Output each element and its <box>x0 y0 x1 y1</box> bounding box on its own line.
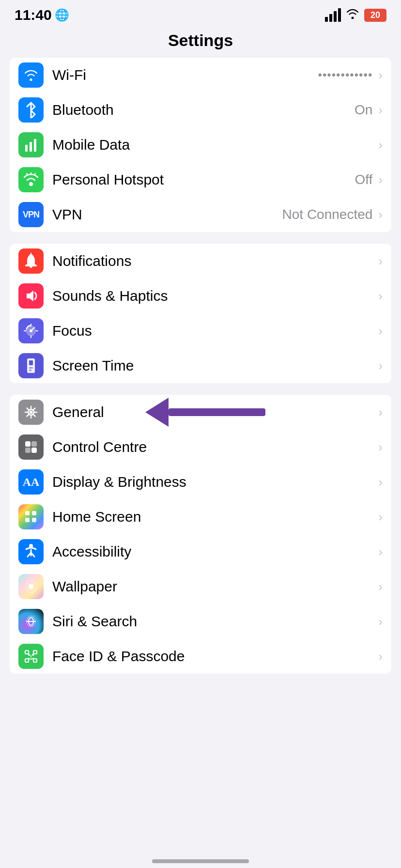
screen-time-icon <box>18 353 44 378</box>
svg-rect-8 <box>29 360 33 365</box>
control-centre-right: › <box>376 440 383 455</box>
siri-search-label: Siri & Search <box>52 613 137 630</box>
notifications-icon <box>18 248 44 274</box>
wifi-status-icon <box>346 8 359 22</box>
svg-rect-18 <box>32 511 36 515</box>
bluetooth-label: Bluetooth <box>52 102 114 118</box>
settings-row-general[interactable]: General › <box>10 395 391 430</box>
wifi-value: •••••••••••• <box>318 68 373 82</box>
page-title: Settings <box>168 31 233 49</box>
general-icon <box>18 400 44 425</box>
settings-row-personal-hotspot[interactable]: Personal Hotspot Off › <box>10 162 391 197</box>
accessibility-chevron: › <box>378 544 383 559</box>
svg-rect-17 <box>25 511 30 515</box>
vpn-right: Not Connected › <box>282 207 383 222</box>
sounds-right: › <box>376 289 383 304</box>
general-right: › <box>376 405 383 420</box>
arrow-annotation <box>145 398 265 427</box>
svg-marker-5 <box>27 291 33 301</box>
settings-row-screen-time[interactable]: Screen Time › <box>10 348 391 383</box>
svg-rect-30 <box>33 659 37 662</box>
control-centre-row-content: Control Centre › <box>52 439 383 455</box>
sounds-row-content: Sounds & Haptics › <box>52 288 383 304</box>
svg-rect-10 <box>29 370 31 371</box>
svg-rect-14 <box>31 441 37 447</box>
settings-row-display-brightness[interactable]: AA Display & Brightness › <box>10 465 391 499</box>
hotspot-label: Personal Hotspot <box>52 171 164 188</box>
focus-icon <box>18 318 44 343</box>
wallpaper-chevron: › <box>378 579 383 594</box>
mobile-data-chevron: › <box>378 138 383 153</box>
svg-rect-2 <box>34 139 36 152</box>
screen-time-right: › <box>376 358 383 373</box>
face-id-chevron: › <box>378 649 383 664</box>
face-id-icon <box>18 644 44 669</box>
accessibility-row-content: Accessibility › <box>52 543 383 560</box>
focus-right: › <box>376 324 383 339</box>
svg-rect-29 <box>25 659 29 662</box>
display-brightness-row-content: Display & Brightness › <box>52 474 383 490</box>
settings-row-face-id[interactable]: Face ID & Passcode › <box>10 639 391 674</box>
wallpaper-row-content: Wallpaper › <box>52 578 383 595</box>
settings-row-control-centre[interactable]: Control Centre › <box>10 430 391 465</box>
display-brightness-label: Display & Brightness <box>52 474 186 490</box>
settings-row-focus[interactable]: Focus › <box>10 313 391 348</box>
bluetooth-row-content: Bluetooth On › <box>52 102 383 118</box>
svg-point-3 <box>29 182 33 186</box>
aa-text: AA <box>23 476 40 489</box>
settings-row-siri-search[interactable]: Siri & Search › <box>10 604 391 639</box>
battery-icon: 20 <box>364 9 386 22</box>
svg-rect-16 <box>31 448 37 453</box>
settings-row-notifications[interactable]: Notifications › <box>10 244 391 279</box>
siri-search-chevron: › <box>378 614 383 629</box>
siri-search-row-content: Siri & Search › <box>52 613 383 630</box>
status-time: 11:40 <box>15 7 52 23</box>
notifications-row-content: Notifications › <box>52 253 383 269</box>
settings-row-sounds[interactable]: Sounds & Haptics › <box>10 279 391 313</box>
face-id-right: › <box>376 649 383 664</box>
svg-rect-15 <box>25 448 31 453</box>
settings-row-accessibility[interactable]: Accessibility › <box>10 534 391 569</box>
settings-row-wifi[interactable]: Wi-Fi •••••••••••• › <box>10 58 391 93</box>
sounds-icon <box>18 283 44 309</box>
svg-rect-28 <box>33 651 37 654</box>
settings-row-bluetooth[interactable]: Bluetooth On › <box>10 93 391 127</box>
general-group: General › Control Centre › <box>10 395 391 674</box>
svg-rect-19 <box>25 518 30 522</box>
notifications-group: Notifications › Sounds & Haptics › <box>10 244 391 383</box>
settings-row-wallpaper[interactable]: Wallpaper › <box>10 569 391 604</box>
accessibility-label: Accessibility <box>52 543 131 560</box>
signal-icon <box>325 8 341 22</box>
settings-row-vpn[interactable]: VPN VPN Not Connected › <box>10 197 391 232</box>
display-brightness-right: › <box>376 475 383 490</box>
settings-row-mobile-data[interactable]: Mobile Data › <box>10 127 391 162</box>
face-id-row-content: Face ID & Passcode › <box>52 648 383 665</box>
screen-time-label: Screen Time <box>52 357 134 374</box>
hotspot-icon <box>18 167 44 192</box>
wifi-row-content: Wi-Fi •••••••••••• › <box>52 67 383 83</box>
status-bar: 11:40 🌐 20 <box>0 0 401 27</box>
bluetooth-chevron: › <box>378 103 383 118</box>
control-centre-chevron: › <box>378 440 383 455</box>
display-brightness-chevron: › <box>378 475 383 490</box>
mobile-data-row-content: Mobile Data › <box>52 137 383 153</box>
vpn-value: Not Connected <box>282 207 373 222</box>
siri-search-right: › <box>376 614 383 629</box>
bluetooth-right: On › <box>355 102 383 118</box>
mobile-data-right: › <box>376 138 383 153</box>
control-centre-label: Control Centre <box>52 439 147 455</box>
general-label: General <box>52 404 104 420</box>
screen-time-chevron: › <box>378 358 383 373</box>
home-screen-right: › <box>376 510 383 525</box>
sounds-label: Sounds & Haptics <box>52 288 168 304</box>
accessibility-right: › <box>376 544 383 559</box>
focus-row-content: Focus › <box>52 323 383 339</box>
battery-text: 20 <box>370 10 380 20</box>
wifi-label: Wi-Fi <box>52 67 86 83</box>
settings-row-home-screen[interactable]: Home Screen › <box>10 499 391 534</box>
display-brightness-icon: AA <box>18 469 44 495</box>
arrow-body <box>169 408 265 416</box>
status-icons: 20 <box>325 8 386 22</box>
svg-rect-0 <box>25 145 28 152</box>
vpn-row-content: VPN Not Connected › <box>52 206 383 223</box>
